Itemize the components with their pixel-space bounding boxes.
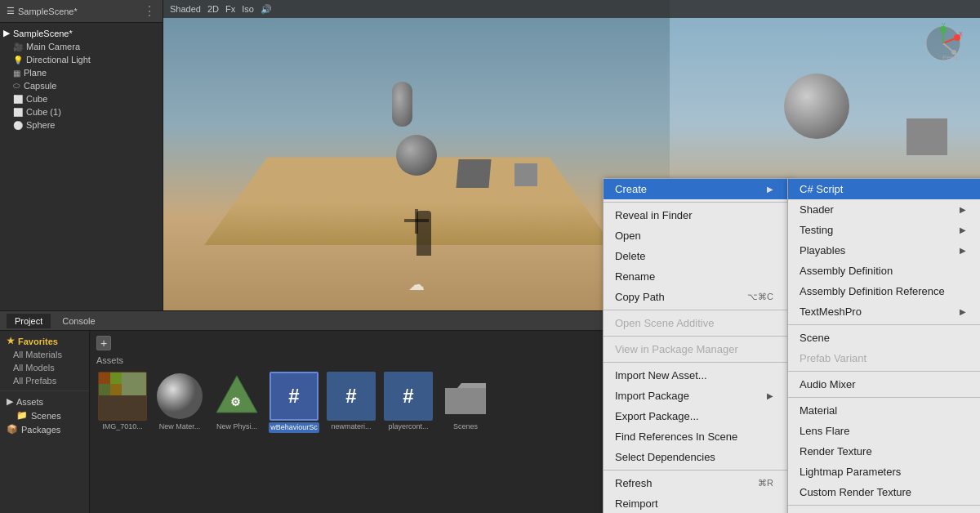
ctx-sep-1 xyxy=(604,310,790,310)
sub-material-label: Material xyxy=(800,404,837,417)
context-menu: Create ▶ Reveal in Finder Open Delete Re… xyxy=(603,178,791,513)
sub-audio-mixer-label: Audio Mixer xyxy=(800,378,856,390)
sub-shader-arrow: ▶ xyxy=(960,205,966,214)
ctx-rename[interactable]: Rename xyxy=(604,266,790,287)
sub-render-texture-label: Render Texture xyxy=(800,445,872,457)
ctx-sep-2 xyxy=(604,336,790,337)
ctx-reveal[interactable]: Reveal in Finder xyxy=(604,205,790,225)
sub-textmeshpro-label: TextMeshPro xyxy=(800,306,862,318)
ctx-reimport[interactable]: Reimport xyxy=(604,493,790,513)
sub-textmeshpro[interactable]: TextMeshPro ▶ xyxy=(788,301,980,322)
ctx-refresh-label: Refresh xyxy=(615,477,653,489)
ctx-select-deps[interactable]: Select Dependencies xyxy=(604,447,790,467)
ctx-rename-label: Rename xyxy=(615,270,655,283)
ctx-copy-path-label: Copy Path xyxy=(615,291,665,303)
ctx-open[interactable]: Open xyxy=(604,225,790,246)
sub-custom-render[interactable]: Custom Render Texture xyxy=(788,482,980,502)
ctx-export-package[interactable]: Export Package... xyxy=(604,406,790,426)
sub-sep-0 xyxy=(788,324,980,325)
sub-csharp[interactable]: C# Script xyxy=(788,179,980,199)
ctx-open-scene-label: Open Scene Additive xyxy=(615,317,714,329)
sub-playables[interactable]: Playables ▶ xyxy=(788,240,980,261)
create-submenu: C# Script Shader ▶ Testing ▶ Playables ▶… xyxy=(787,178,980,513)
ctx-sep-0 xyxy=(604,202,790,203)
ctx-sep-3 xyxy=(604,362,790,363)
ctx-create[interactable]: Create ▶ xyxy=(604,179,790,199)
ctx-refresh-shortcut: ⌘R xyxy=(758,478,773,488)
ctx-import-package[interactable]: Import Package ▶ xyxy=(604,386,790,406)
sub-shader-label: Shader xyxy=(800,203,834,216)
sub-lens-flare-label: Lens Flare xyxy=(800,425,849,437)
ctx-reveal-label: Reveal in Finder xyxy=(615,209,693,221)
ctx-delete[interactable]: Delete xyxy=(604,246,790,266)
ctx-import-package-label: Import Package xyxy=(615,390,689,402)
sub-textmeshpro-arrow: ▶ xyxy=(960,307,966,316)
ctx-copy-path[interactable]: Copy Path ⌥⌘C xyxy=(604,287,790,307)
context-menu-overlay: Create ▶ Reveal in Finder Open Delete Re… xyxy=(0,0,980,513)
sub-assembly-def-ref[interactable]: Assembly Definition Reference xyxy=(788,281,980,301)
sub-render-texture[interactable]: Render Texture xyxy=(788,441,980,462)
sub-lightmap-params-label: Lightmap Parameters xyxy=(800,466,901,478)
sub-custom-render-label: Custom Render Texture xyxy=(800,486,911,498)
ctx-find-refs-label: Find References In Scene xyxy=(615,430,737,443)
ctx-view-package-label: View in Package Manager xyxy=(615,343,738,355)
ctx-sep-4 xyxy=(604,470,790,471)
sub-playables-arrow: ▶ xyxy=(960,246,966,255)
sub-assembly-def-ref-label: Assembly Definition Reference xyxy=(800,285,945,297)
ctx-delete-label: Delete xyxy=(615,250,646,262)
ctx-find-refs[interactable]: Find References In Scene xyxy=(604,426,790,447)
sub-scene-label: Scene xyxy=(800,332,830,344)
ctx-view-package: View in Package Manager xyxy=(604,339,790,359)
ctx-import-new-label: Import New Asset... xyxy=(615,369,707,381)
ctx-import-package-arrow: ▶ xyxy=(767,391,773,400)
sub-testing-arrow: ▶ xyxy=(960,225,966,234)
ctx-import-new[interactable]: Import New Asset... xyxy=(604,365,790,386)
sub-audio-mixer[interactable]: Audio Mixer xyxy=(788,374,980,395)
sub-playables-label: Playables xyxy=(800,244,845,256)
sub-testing-label: Testing xyxy=(800,224,833,236)
ctx-create-label: Create xyxy=(615,183,647,195)
ctx-create-arrow: ▶ xyxy=(767,185,773,194)
sub-sep-3 xyxy=(788,505,980,506)
sub-scene[interactable]: Scene xyxy=(788,328,980,348)
ctx-copy-path-shortcut: ⌥⌘C xyxy=(747,292,773,302)
ctx-open-scene: Open Scene Additive xyxy=(604,313,790,333)
sub-assembly-def[interactable]: Assembly Definition xyxy=(788,261,980,281)
ctx-select-deps-label: Select Dependencies xyxy=(615,451,715,463)
sub-shader[interactable]: Shader ▶ xyxy=(788,199,980,220)
sub-sep-1 xyxy=(788,371,980,372)
ctx-reimport-label: Reimport xyxy=(615,497,658,510)
ctx-open-label: Open xyxy=(615,230,641,242)
sub-material[interactable]: Material xyxy=(788,400,980,421)
ctx-refresh[interactable]: Refresh ⌘R xyxy=(604,473,790,493)
ctx-export-package-label: Export Package... xyxy=(615,410,699,422)
sub-testing[interactable]: Testing ▶ xyxy=(788,220,980,240)
sub-csharp-label: C# Script xyxy=(800,183,843,195)
sub-prefab-variant: Prefab Variant xyxy=(788,348,980,368)
sub-prefab-variant-label: Prefab Variant xyxy=(800,352,866,364)
sub-sep-2 xyxy=(788,397,980,398)
sub-assembly-def-label: Assembly Definition xyxy=(800,265,893,277)
sub-lightmap-params[interactable]: Lightmap Parameters xyxy=(788,462,980,482)
sub-lens-flare[interactable]: Lens Flare xyxy=(788,421,980,441)
sub-sprite-atlas[interactable]: Sprite Atlas xyxy=(788,508,980,513)
